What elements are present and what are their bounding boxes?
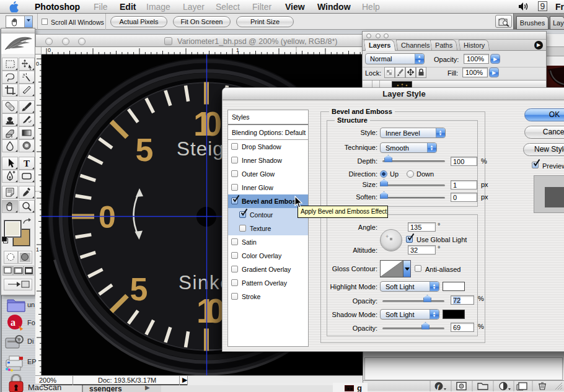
svg-text:0: 0 — [36, 61, 39, 67]
svg-text:a: a — [11, 317, 15, 328]
svg-text:1: 1 — [36, 246, 39, 253]
svg-text:10: 10 — [196, 292, 225, 330]
svg-text:1: 1 — [236, 47, 239, 53]
svg-text:5: 5 — [136, 132, 154, 168]
svg-text:T: T — [24, 159, 30, 168]
svg-text:5: 5 — [130, 271, 148, 307]
svg-text:0: 0 — [48, 47, 51, 53]
svg-text:0: 0 — [99, 200, 116, 235]
